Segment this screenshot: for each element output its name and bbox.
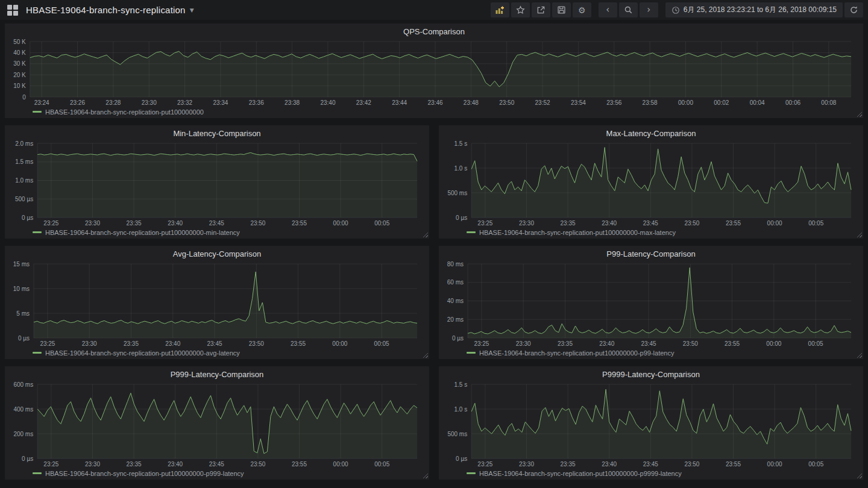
chart-area[interactable]: 0 µs500 ms1.0 s1.5 s23:2523:3023:3523:40… xyxy=(444,381,858,468)
svg-text:23:24: 23:24 xyxy=(34,99,49,106)
add-panel-button[interactable] xyxy=(491,2,509,17)
zoom-out-button[interactable] xyxy=(619,2,638,17)
svg-text:23:55: 23:55 xyxy=(726,220,741,227)
svg-text:20 ms: 20 ms xyxy=(447,316,464,323)
panel-title[interactable]: P9999-Latency-Comparison xyxy=(444,368,858,381)
legend-item[interactable]: HBASE-19064-branch-sync-replication-put1… xyxy=(33,229,240,236)
svg-text:60 ms: 60 ms xyxy=(447,279,464,286)
svg-text:23:26: 23:26 xyxy=(70,99,85,106)
svg-text:0 µs: 0 µs xyxy=(22,455,33,462)
save-button[interactable] xyxy=(552,2,571,17)
svg-text:30 K: 30 K xyxy=(13,60,26,67)
panel-min-latency-comparison: Min-Latency-Comparison 0 µs500 µs1.0 ms1… xyxy=(5,125,429,239)
svg-text:23:25: 23:25 xyxy=(477,220,492,227)
chart-area[interactable]: 0 µs5 ms10 ms15 ms23:2523:3023:3523:4023… xyxy=(10,260,424,348)
chart-area[interactable]: 0 µs20 ms40 ms60 ms80 ms23:2523:3023:352… xyxy=(444,260,858,348)
svg-text:23:40: 23:40 xyxy=(165,340,180,347)
svg-text:23:30: 23:30 xyxy=(519,461,534,468)
legend-label: HBASE-19064-branch-sync-replication-put1… xyxy=(479,470,682,477)
svg-text:00:05: 00:05 xyxy=(808,461,823,468)
svg-text:0 µs: 0 µs xyxy=(456,455,467,462)
grid-icon xyxy=(7,5,18,16)
series-color-marker xyxy=(33,231,42,233)
panel-title[interactable]: Max-Latency-Comparison xyxy=(444,127,858,140)
caret-down-icon: ▼ xyxy=(190,7,194,13)
svg-text:00:08: 00:08 xyxy=(821,99,836,106)
svg-text:00:02: 00:02 xyxy=(714,99,729,106)
dashboard-title: HBASE-19064-branch-sync-replication xyxy=(26,5,186,15)
chevron-left-icon: ‹ xyxy=(606,4,609,16)
chart-area[interactable]: 010 K20 K30 K40 K50 K23:2423:2623:2823:3… xyxy=(10,38,858,107)
svg-text:23:30: 23:30 xyxy=(85,220,100,227)
save-icon xyxy=(557,5,566,14)
chart-area[interactable]: 0 µs500 µs1.0 ms1.5 ms2.0 ms23:2523:3023… xyxy=(10,140,424,227)
legend-item[interactable]: HBASE-19064-branch-sync-replication-put1… xyxy=(33,349,240,357)
svg-text:23:40: 23:40 xyxy=(602,461,617,468)
legend-label: HBASE-19064-branch-sync-replication-put1… xyxy=(479,349,674,357)
refresh-icon xyxy=(849,5,858,14)
time-range-label: 6月 25, 2018 23:23:21 to 6月 26, 2018 00:0… xyxy=(684,5,837,15)
svg-text:23:50: 23:50 xyxy=(684,461,699,468)
time-range-button[interactable]: 6月 25, 2018 23:23:21 to 6月 26, 2018 00:0… xyxy=(665,2,843,17)
legend-item[interactable]: HBASE-19064-branch-sync-replication-put1… xyxy=(33,108,204,116)
panel-title[interactable]: Min-Latency-Comparison xyxy=(10,127,424,140)
svg-text:23:50: 23:50 xyxy=(249,340,264,347)
svg-text:0 µs: 0 µs xyxy=(452,335,464,342)
legend: HBASE-19064-branch-sync-replication-put1… xyxy=(10,227,424,237)
svg-text:23:40: 23:40 xyxy=(168,220,183,227)
svg-text:00:05: 00:05 xyxy=(374,340,389,347)
legend-label: HBASE-19064-branch-sync-replication-put1… xyxy=(45,108,204,116)
svg-text:00:00: 00:00 xyxy=(333,461,348,468)
clock-icon xyxy=(671,6,680,14)
svg-text:10 K: 10 K xyxy=(13,83,26,89)
svg-text:1.5 s: 1.5 s xyxy=(454,140,468,147)
svg-text:00:00: 00:00 xyxy=(678,99,693,106)
svg-text:23:25: 23:25 xyxy=(43,220,58,227)
svg-text:23:30: 23:30 xyxy=(519,220,534,227)
panel-title[interactable]: P99-Latency-Comparison xyxy=(444,248,858,260)
chart-area[interactable]: 0 µs200 ms400 ms600 ms23:2523:3023:3523:… xyxy=(10,381,424,468)
svg-text:00:00: 00:00 xyxy=(766,340,781,347)
svg-text:23:38: 23:38 xyxy=(285,99,300,106)
svg-text:50 K: 50 K xyxy=(13,39,26,45)
svg-text:23:55: 23:55 xyxy=(725,340,740,347)
svg-text:23:32: 23:32 xyxy=(177,99,192,106)
time-forward-button[interactable]: › xyxy=(640,2,658,17)
legend-item[interactable]: HBASE-19064-branch-sync-replication-put1… xyxy=(467,349,674,357)
panel-p999-latency-comparison: P999-Latency-Comparison 0 µs200 ms400 ms… xyxy=(5,366,429,480)
panel-title[interactable]: P999-Latency-Comparison xyxy=(10,368,424,381)
svg-text:15 ms: 15 ms xyxy=(13,261,30,267)
star-button[interactable] xyxy=(511,2,530,17)
legend-item[interactable]: HBASE-19064-branch-sync-replication-put1… xyxy=(467,229,676,236)
svg-text:23:30: 23:30 xyxy=(142,99,157,106)
panel-p99-latency-comparison: P99-Latency-Comparison 0 µs20 ms40 ms60 … xyxy=(439,246,863,359)
svg-text:0 µs: 0 µs xyxy=(456,214,467,221)
settings-button[interactable]: ⚙ xyxy=(573,2,591,17)
svg-text:23:50: 23:50 xyxy=(683,340,698,347)
series-color-marker xyxy=(467,231,476,233)
legend-item[interactable]: HBASE-19064-branch-sync-replication-put1… xyxy=(467,470,682,477)
series-color-marker xyxy=(467,352,476,354)
legend-label: HBASE-19064-branch-sync-replication-put1… xyxy=(479,229,676,236)
svg-text:23:45: 23:45 xyxy=(209,220,224,227)
dashboard-picker-button[interactable] xyxy=(5,2,20,18)
refresh-button[interactable] xyxy=(844,2,863,17)
panel-title[interactable]: Avg-Latency-Comparison xyxy=(10,248,424,260)
svg-text:0 µs: 0 µs xyxy=(22,214,33,221)
share-button[interactable] xyxy=(532,2,550,17)
svg-text:23:45: 23:45 xyxy=(643,220,658,227)
chart-area[interactable]: 0 µs500 ms1.0 s1.5 s23:2523:3023:3523:40… xyxy=(444,140,858,227)
legend-item[interactable]: HBASE-19064-branch-sync-replication-put1… xyxy=(33,470,244,477)
svg-text:23:48: 23:48 xyxy=(464,99,479,106)
svg-text:23:45: 23:45 xyxy=(641,340,656,347)
time-back-button[interactable]: ‹ xyxy=(599,2,617,17)
svg-text:00:05: 00:05 xyxy=(374,220,389,227)
svg-text:23:50: 23:50 xyxy=(499,99,514,106)
dashboard-title-dropdown[interactable]: HBASE-19064-branch-sync-replication ▼ xyxy=(26,5,194,15)
svg-text:23:30: 23:30 xyxy=(82,340,97,347)
svg-text:23:58: 23:58 xyxy=(643,99,658,106)
svg-text:23:45: 23:45 xyxy=(207,340,222,347)
panel-title[interactable]: QPS-Comparison xyxy=(10,25,858,38)
svg-text:5 ms: 5 ms xyxy=(16,310,30,317)
share-icon xyxy=(536,5,546,14)
